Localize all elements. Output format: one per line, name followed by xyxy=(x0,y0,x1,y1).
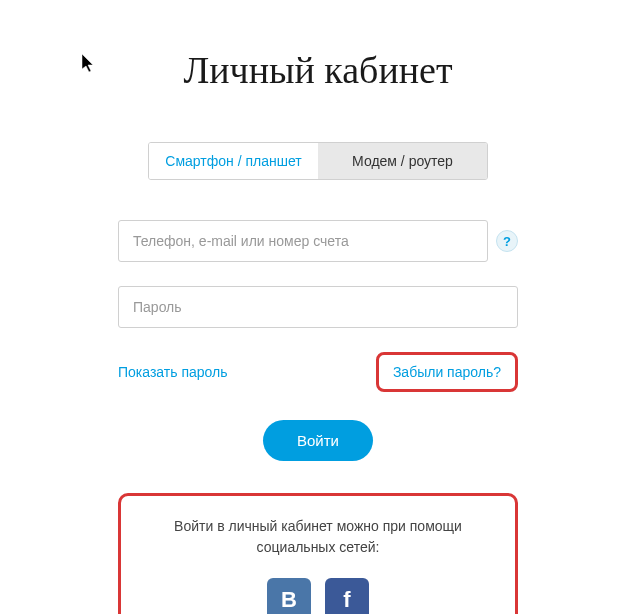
password-row xyxy=(118,286,518,328)
login-input[interactable] xyxy=(118,220,488,262)
login-form: Смартфон / планшет Модем / роутер ? Пока… xyxy=(118,142,518,614)
vk-login-button[interactable]: В xyxy=(267,578,311,614)
login-row: ? xyxy=(118,220,518,262)
device-tabs: Смартфон / планшет Модем / роутер xyxy=(148,142,488,180)
password-input[interactable] xyxy=(118,286,518,328)
links-row: Показать пароль Забыли пароль? xyxy=(118,352,518,392)
tab-modem[interactable]: Модем / роутер xyxy=(318,143,487,179)
forgot-password-link[interactable]: Забыли пароль? xyxy=(393,364,501,380)
social-text-line2: социальных сетей: xyxy=(257,539,380,555)
social-buttons: В f xyxy=(139,578,497,614)
forgot-password-highlight: Забыли пароль? xyxy=(376,352,518,392)
login-button[interactable]: Войти xyxy=(263,420,373,461)
tab-smartphone[interactable]: Смартфон / планшет xyxy=(149,143,318,179)
facebook-login-button[interactable]: f xyxy=(325,578,369,614)
page-title: Личный кабинет xyxy=(0,48,636,92)
social-text-line1: Войти в личный кабинет можно при помощи xyxy=(174,518,462,534)
vk-icon: В xyxy=(281,587,297,613)
facebook-icon: f xyxy=(343,587,350,613)
show-password-link[interactable]: Показать пароль xyxy=(118,364,228,380)
help-icon[interactable]: ? xyxy=(496,230,518,252)
social-login-text: Войти в личный кабинет можно при помощи … xyxy=(139,516,497,558)
social-login-highlight: Войти в личный кабинет можно при помощи … xyxy=(118,493,518,614)
